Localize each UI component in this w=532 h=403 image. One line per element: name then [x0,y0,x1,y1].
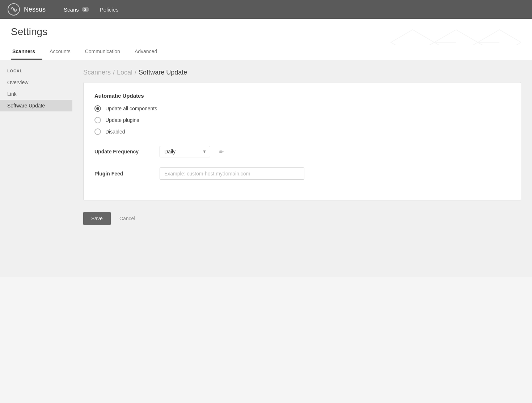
tab-advanced[interactable]: Advanced [133,45,164,60]
breadcrumb: Scanners / Local / Software Update [83,69,521,76]
top-nav: Nessus Scans 2 Policies [0,0,532,19]
sidebar: LOCAL Overview Link Software Update [0,60,72,277]
breadcrumb-current: Software Update [139,69,187,76]
radio-option-all-components[interactable]: Update all components [94,105,510,112]
logo: Nessus [7,3,46,16]
scans-badge: 2 [82,7,89,12]
save-button[interactable]: Save [83,212,111,225]
tab-accounts[interactable]: Accounts [48,45,78,60]
page-header: Settings Scanners Accounts Communication… [0,19,532,60]
plugin-feed-label: Plugin Feed [94,171,152,177]
scans-label: Scans [64,7,79,13]
tab-scanners[interactable]: Scanners [11,45,42,60]
main-content: Scanners / Local / Software Update Autom… [72,60,532,277]
automatic-updates-title: Automatic Updates [94,93,510,99]
radio-circle-disabled [94,128,101,135]
sidebar-item-software-update[interactable]: Software Update [0,100,72,111]
radio-option-disabled[interactable]: Disabled [94,128,510,135]
actions-row: Save Cancel [83,208,521,225]
sidebar-item-link[interactable]: Link [0,88,72,100]
plugin-feed-input[interactable] [160,167,304,180]
header-inner: Settings [11,26,521,45]
radio-label-all-components: Update all components [105,106,157,111]
tab-communication[interactable]: Communication [84,45,127,60]
frequency-select[interactable]: Daily Weekly Monthly [160,146,210,157]
sidebar-item-overview[interactable]: Overview [0,77,72,88]
cancel-button[interactable]: Cancel [117,212,138,225]
tabs: Scanners Accounts Communication Advanced [11,45,521,60]
policies-label: Policies [100,7,119,13]
radio-circle-all-components [94,105,101,112]
content-layout: LOCAL Overview Link Software Update Scan… [0,60,532,277]
edit-frequency-button[interactable]: ✏ [218,147,225,157]
breadcrumb-local[interactable]: Local [117,69,132,76]
breadcrumb-sep1: / [113,69,115,76]
radio-label-plugins: Update plugins [105,117,139,123]
plugin-feed-row: Plugin Feed [94,167,510,180]
frequency-label: Update Frequency [94,149,152,154]
radio-circle-plugins [94,117,101,123]
radio-group-updates: Update all components Update plugins Dis… [94,105,510,135]
frequency-select-wrapper: Daily Weekly Monthly ▼ [160,146,210,157]
radio-label-disabled: Disabled [105,129,125,135]
nav-scans[interactable]: Scans 2 [64,5,89,14]
sidebar-section-local: LOCAL [0,69,72,77]
svg-point-1 [13,8,15,10]
nessus-logo-icon [7,3,20,16]
settings-card: Automatic Updates Update all components … [83,82,521,200]
breadcrumb-sep2: / [135,69,136,76]
logo-text: Nessus [24,6,46,13]
breadcrumb-scanners[interactable]: Scanners [83,69,111,76]
nav-policies[interactable]: Policies [100,5,119,14]
page-title: Settings [11,26,521,38]
radio-option-plugins[interactable]: Update plugins [94,117,510,123]
update-frequency-row: Update Frequency Daily Weekly Monthly ▼ … [94,146,510,157]
